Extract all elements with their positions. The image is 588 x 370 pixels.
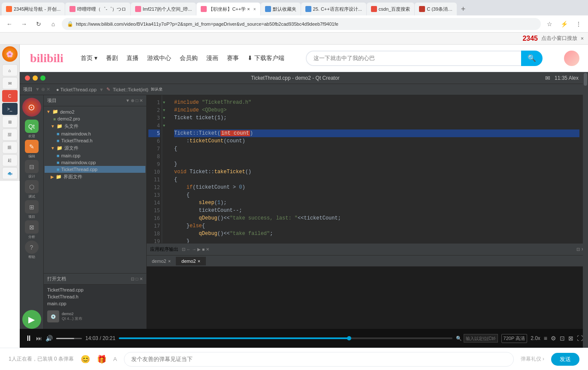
nav-bar: ← → ↻ ⌂ 🔒 https://www.bilibili.com/video…: [0, 15, 588, 33]
tree-item-sources[interactable]: ▼ 📁 源文件: [45, 144, 145, 152]
open-doc-item-1[interactable]: TicketThread.cpp: [45, 286, 145, 293]
qt-output-panel: 应用程序输出 ⊡ ← → ▶ ■ ✕ ⊡ ✕ demo2: [147, 243, 588, 329]
forward-button[interactable]: →: [18, 18, 30, 30]
back-button[interactable]: ←: [3, 18, 15, 30]
volume-button[interactable]: 🔊: [45, 335, 53, 342]
nav-games[interactable]: 游戏中心: [147, 53, 171, 64]
qt-project-btn[interactable]: ⊞ 项目: [22, 200, 41, 219]
extensions-icon[interactable]: ⚡: [558, 18, 570, 30]
settings-icon[interactable]: ⋮: [573, 18, 585, 30]
user-avatar[interactable]: [564, 51, 579, 66]
qt-welcome-btn[interactable]: Qt 欢迎: [22, 120, 41, 138]
output-tab-demo2-1[interactable]: demo2 ×: [147, 257, 176, 265]
nav-live[interactable]: 直播: [127, 53, 139, 64]
nav-home[interactable]: 首页 ▾: [81, 53, 97, 64]
sidebar-mail-icon[interactable]: ✉: [2, 77, 18, 89]
output-header-icons: ⊡ ← → ▶ ■ ✕: [182, 247, 209, 252]
bar-2345-label[interactable]: 点击小窗口搜放: [541, 35, 577, 42]
settings-video-button[interactable]: ⚙: [551, 335, 556, 342]
qt-analyze-btn[interactable]: ⊠ 分析: [22, 220, 41, 239]
tab-csdn[interactable]: csdn_百度搜索: [367, 3, 414, 15]
tree-item-ticketthread-cpp[interactable]: ■ TicketThread.cpp: [45, 166, 145, 173]
tab-c-count[interactable]: C (39条消…: [415, 3, 457, 15]
address-bar[interactable]: 🔒 https://www.bilibili.com/video/BV1ka41…: [62, 18, 541, 30]
emoji-icon-1[interactable]: 😊: [81, 355, 90, 364]
tree-item-demo2[interactable]: ▼ 📁 demo2: [45, 108, 145, 115]
nav-download[interactable]: ⬇ 下载客户端: [247, 53, 284, 64]
qt-maximize-button[interactable]: [40, 75, 45, 81]
tree-item-ui[interactable]: ▶ 📁 界面文件: [45, 173, 145, 181]
sidebar-label3-icon[interactable]: 起: [2, 154, 18, 166]
nav-vip[interactable]: 会员购: [180, 53, 198, 64]
tab-bilibili-main[interactable]: 哔哩哔哩（゜-゜）つロ: [65, 3, 130, 15]
open-doc-item-3[interactable]: main.cpp: [45, 300, 145, 307]
qt-run-button[interactable]: ▶: [22, 310, 41, 329]
send-button[interactable]: 发送: [551, 353, 579, 366]
etiquette-link[interactable]: 弹幕礼仪 ›: [521, 355, 544, 363]
quality-button[interactable]: 720P 高清: [501, 334, 528, 343]
tree-item-headers[interactable]: ▼ 📁 头文件: [45, 122, 145, 130]
text-icon[interactable]: A: [113, 356, 117, 362]
avatar-icon[interactable]: 🌸: [2, 46, 18, 62]
tab-cpp-course[interactable]: 25. C++语言程序设计...: [301, 3, 366, 15]
fullscreen-button[interactable]: ⛶: [577, 335, 583, 342]
tree-item-mainwindow-h[interactable]: ■ mainwindow.h: [45, 130, 145, 137]
sidebar-terminal-icon[interactable]: >_: [2, 103, 18, 115]
nav-manga[interactable]: 漫画: [206, 53, 218, 64]
header-folder-icon2: 📁: [57, 123, 63, 129]
sidebar-label1-icon[interactable]: 甜: [2, 129, 18, 141]
output-tab-demo2-2[interactable]: demo2 ×: [176, 257, 206, 265]
tab-lmf217[interactable]: lmf217的个人空间_哔...: [131, 3, 196, 15]
qt-icon-shape: Qt: [25, 120, 39, 133]
play-pause-button[interactable]: ⏸: [25, 334, 33, 343]
tab-cpp-active[interactable]: 【职坐标】C++学 × ×: [196, 3, 260, 15]
output-tab-1-close[interactable]: ×: [168, 259, 171, 264]
pip-button[interactable]: ⊡: [560, 335, 565, 342]
danmaku-button[interactable]: ≡: [544, 335, 547, 342]
output-header-label: 应用程序输出: [150, 246, 178, 253]
search-button[interactable]: 🔍: [521, 51, 543, 66]
qt-edit-btn[interactable]: ✎ 编辑: [22, 140, 41, 159]
app-sidebar: 🌸 ⌂ ✉ C >_ ⊞ 甜 眼 起 🐟: [0, 45, 20, 181]
progress-bar[interactable]: [119, 337, 452, 339]
wide-button[interactable]: ⊠: [568, 335, 573, 342]
emoji-icon-2[interactable]: 🎁: [97, 355, 106, 364]
tab-2345[interactable]: 2345网址导航 - 开创...: [2, 3, 65, 15]
qt-close-button[interactable]: [25, 75, 30, 81]
comment-input[interactable]: [124, 352, 514, 367]
close-bar-icon[interactable]: ×: [581, 36, 584, 42]
seek-input[interactable]: [464, 334, 498, 343]
tree-item-ticketthread-h[interactable]: ■ TicketThread.h: [45, 137, 145, 144]
home-button[interactable]: ⌂: [47, 18, 59, 30]
refresh-button[interactable]: ↻: [33, 18, 45, 30]
sidebar-grid-icon[interactable]: ⊞: [2, 116, 18, 128]
search-input[interactable]: [306, 51, 521, 66]
tab-close-icon[interactable]: ×: [253, 7, 256, 12]
qt-minimize-button[interactable]: [33, 75, 38, 81]
speed-button[interactable]: 2.0x: [531, 335, 540, 341]
qt-debug-btn[interactable]: ⬡ 调试: [22, 180, 41, 199]
tree-item-pro[interactable]: ■ demo2.pro: [45, 115, 145, 122]
qt-help-btn[interactable]: ? 帮助: [22, 241, 41, 259]
tree-item-mainwindow-cpp[interactable]: ■ mainwindow.cpp: [45, 159, 145, 166]
tab-favicon: [69, 6, 75, 12]
nav-sports[interactable]: 赛事: [227, 53, 239, 64]
output-scrollbar[interactable]: [583, 95, 588, 329]
ubuntu-icon[interactable]: ⊙: [22, 98, 41, 117]
open-doc-item-2[interactable]: TicketThread.h: [45, 293, 145, 300]
qt-design-btn[interactable]: ⊟ 设计: [22, 160, 41, 179]
code-line-16: qDebug()<<"take success, last: "<<ticket…: [174, 214, 579, 222]
sidebar-label2-icon[interactable]: 眼: [2, 141, 18, 153]
bookmark-icon[interactable]: ☆: [543, 18, 555, 30]
sidebar-c-icon[interactable]: C: [2, 90, 18, 102]
tab-favorites[interactable]: 默认收藏夹: [261, 3, 301, 15]
sidebar-fish-icon[interactable]: 🐟: [2, 167, 18, 179]
volume-slider[interactable]: [56, 338, 82, 339]
next-button[interactable]: ⏭: [36, 335, 42, 342]
output-tab-2-close[interactable]: ×: [198, 259, 200, 264]
code-line-5: Ticket::Ticket(int count): [174, 129, 579, 137]
tree-item-main-cpp[interactable]: ■ main.cpp: [45, 152, 145, 159]
sidebar-home-icon[interactable]: ⌂: [2, 64, 18, 76]
add-tab-button[interactable]: +: [457, 3, 469, 15]
nav-drama[interactable]: 番剧: [106, 53, 118, 64]
